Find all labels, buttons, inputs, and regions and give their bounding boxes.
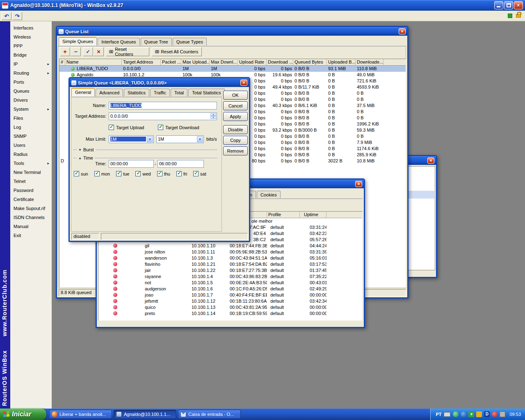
max-upload-combo[interactable]: 1M ▼ xyxy=(109,135,154,143)
hotspot-row[interactable]: flavinho10.100.1.2100:18:E7:54:DA:B2defa… xyxy=(98,261,362,267)
sidebar-item-drivers[interactable]: Drivers xyxy=(10,96,52,105)
sidebar-item-users[interactable]: Users xyxy=(10,141,52,150)
queue-column-header-8[interactable]: Queued Bytes xyxy=(293,59,327,66)
hotspot-row[interactable]: rayanne10.100.1.400:0C:43:86:83:2Bdefaul… xyxy=(98,274,362,280)
printer-icon[interactable] xyxy=(500,411,505,417)
download-icon[interactable]: ▼ xyxy=(468,411,474,417)
reset-all-counters-button[interactable]: 00 Reset All Counters xyxy=(152,47,202,56)
spin-down-icon[interactable]: ▼ xyxy=(210,116,216,119)
sidebar-item-wireless[interactable]: Wireless xyxy=(10,32,52,41)
sidebar-item-ppp[interactable]: PPP xyxy=(10,41,52,50)
redo-button[interactable]: ↷ xyxy=(12,12,22,20)
sidebar-item-isdn-channels[interactable]: ISDN Channels xyxy=(10,213,52,222)
target-upload-checkbox[interactable]: ✓ xyxy=(109,125,114,130)
queue-column-header-6[interactable]: Upload Rate xyxy=(238,59,267,66)
dialog-tab-total-statistics[interactable]: Total Statistics xyxy=(188,89,224,96)
queue-list-close-button[interactable]: × xyxy=(399,28,406,34)
simple-queue-dialog-close-button[interactable]: × xyxy=(240,80,247,86)
sidebar-item-manual[interactable]: Manual xyxy=(10,222,52,231)
queue-column-header-1[interactable]: Name xyxy=(65,59,122,66)
queue-column-header-0[interactable]: # xyxy=(59,59,65,66)
sidebar-item-interfaces[interactable]: Interfaces xyxy=(10,23,52,32)
sidebar-item-ip[interactable]: IP▸ xyxy=(10,59,52,68)
hotspot-row[interactable]: audgerson10.100.1.600:1C:F0:A5:26:D5defa… xyxy=(98,286,362,292)
day-checkbox-thu[interactable]: ✓ xyxy=(157,171,162,176)
remove-button[interactable]: Remove xyxy=(223,146,248,155)
sidebar-item-bridge[interactable]: Bridge xyxy=(10,50,52,59)
simple-queue-dialog-titlebar[interactable]: Simple Queue <LIBERA_TUDO, 0.0.0.0/0> × xyxy=(70,78,249,87)
dialog-tab-advanced[interactable]: Advanced xyxy=(96,89,123,96)
hotspot-row[interactable]: joao10.100.1.700:40:F4:FE:BF:EEdefault00… xyxy=(98,292,362,298)
day-checkbox-fri[interactable]: ✓ xyxy=(176,171,182,176)
queue-column-header-2[interactable]: Target Address xyxy=(122,59,161,66)
queue-column-header-5[interactable]: Max Downl... xyxy=(210,59,238,66)
tab-cookies[interactable]: Cookies xyxy=(257,191,281,198)
queue-list-titlebar[interactable]: Queue List × xyxy=(57,27,407,36)
day-checkbox-tue[interactable]: ✓ xyxy=(116,171,121,176)
sidebar-item-telnet[interactable]: Telnet xyxy=(10,177,52,186)
queue-column-header-9[interactable]: Uploaded B... xyxy=(327,59,356,66)
queue-column-header-3[interactable]: Packet ... xyxy=(161,59,181,66)
tab-simple-queues[interactable]: Simple Queues xyxy=(59,37,97,46)
hotspot-row[interactable]: wanderson10.100.1.300:0C:43:84:51:1Adefa… xyxy=(98,255,362,261)
sidebar-item-radius[interactable]: Radius xyxy=(10,150,52,159)
copy-button[interactable]: Copy xyxy=(223,136,248,145)
column-header-profile[interactable]: Profile xyxy=(267,212,300,218)
hotspot-row[interactable]: not10.100.1.500:0E:2E:4A:B3:50default00:… xyxy=(98,280,362,286)
combo-arrow-icon[interactable]: ▼ xyxy=(197,136,203,142)
add-queue-button[interactable]: + xyxy=(60,47,70,56)
hotspot-row[interactable]: quico10.100.1.1300:0C:43:81:2A:95default… xyxy=(98,304,362,310)
column-header-uptime[interactable]: Uptime xyxy=(300,212,326,218)
remove-queue-button[interactable]: − xyxy=(71,47,81,56)
dialog-tab-general[interactable]: General xyxy=(71,88,95,96)
ok-button[interactable]: OK xyxy=(223,91,248,100)
update-icon[interactable] xyxy=(461,411,466,417)
keyboard-icon[interactable] xyxy=(444,412,450,417)
apply-button[interactable]: Apply xyxy=(223,112,248,121)
disable-button[interactable]: Disable xyxy=(223,125,248,134)
hotspot-row[interactable]: jair10.100.1.2200:18:E7:27:75:3Bdefault0… xyxy=(98,267,362,274)
taskbar-task-winbox[interactable]: Agnaldo@10.100.1.1... xyxy=(114,410,176,419)
sidebar-item-system[interactable]: System▸ xyxy=(10,105,52,114)
day-checkbox-sat[interactable]: ✓ xyxy=(193,171,199,176)
sidebar-item-exit[interactable]: Exit xyxy=(10,231,52,240)
taskbar-task-browser[interactable]: Liberar + banda anoit... xyxy=(49,410,112,419)
day-checkbox-sun[interactable]: ✓ xyxy=(74,171,79,176)
time-from-input[interactable]: 00:00:00 xyxy=(109,160,154,168)
spin-up-icon[interactable]: ▲ xyxy=(210,113,216,116)
minimize-button[interactable] xyxy=(494,1,503,9)
dialog-tab-statistics[interactable]: Statistics xyxy=(124,89,149,96)
sidebar-item-files[interactable]: Files xyxy=(10,114,52,123)
sidebar-item-ports[interactable]: Ports xyxy=(10,78,52,87)
name-input[interactable]: LIBERA_TUDO xyxy=(109,102,217,110)
hotspot-row[interactable]: gil10.100.1.1000:18:E7:44:FB:3Bdefault04… xyxy=(98,243,362,249)
sidebar-item-certificate[interactable]: Certificate xyxy=(10,195,52,204)
day-checkbox-mon[interactable]: ✓ xyxy=(94,171,100,176)
close-button[interactable]: × xyxy=(514,1,523,9)
sidebar-item-snmp[interactable]: SNMP xyxy=(10,132,52,141)
background-window-close-button[interactable]: × xyxy=(427,158,434,164)
scheduler-icon[interactable] xyxy=(476,411,482,417)
sidebar-item-new-terminal[interactable]: New Terminal xyxy=(10,168,52,177)
max-download-combo[interactable]: 1M ▼ xyxy=(156,135,204,143)
combo-arrow-icon[interactable]: ▼ xyxy=(147,136,153,142)
queue-column-header-10[interactable]: Downloade... xyxy=(356,59,383,66)
queue-row[interactable]: LIBERA_TUDO0.0.0.0/01M1M0 bps0 bps0 B/0 … xyxy=(59,66,406,72)
sidebar-item-make-supout-rif[interactable]: Make Supout.rif xyxy=(10,204,52,213)
cancel-button[interactable]: Cancel xyxy=(223,101,248,110)
hotspot-close-button[interactable]: × xyxy=(355,181,362,187)
tab-interface-queues[interactable]: Interface Queues xyxy=(98,38,139,46)
hotspot-row[interactable]: preto10.100.1.1400:1B:19:CB:59:59default… xyxy=(98,310,362,317)
hotspot-row[interactable]: jose nilton10.100.1.1100:05:9E:88:2B:53d… xyxy=(98,249,362,255)
queue-column-header-7[interactable]: Download ... xyxy=(267,59,293,66)
start-button[interactable]: Iniciar xyxy=(0,409,46,420)
sidebar-item-tools[interactable]: Tools▸ xyxy=(10,159,52,168)
time-to-input[interactable]: 06:00:00 xyxy=(158,160,204,168)
sidebar-item-log[interactable]: Log xyxy=(10,123,52,132)
language-indicator[interactable]: PT xyxy=(436,412,441,417)
sidebar-item-routing[interactable]: Routing▸ xyxy=(10,68,52,78)
burst-section-header[interactable]: ▼ Burst xyxy=(73,147,217,152)
antivirus-icon[interactable] xyxy=(492,411,498,417)
sidebar-item-password[interactable]: Password xyxy=(10,186,52,195)
day-checkbox-wed[interactable]: ✓ xyxy=(135,171,141,176)
